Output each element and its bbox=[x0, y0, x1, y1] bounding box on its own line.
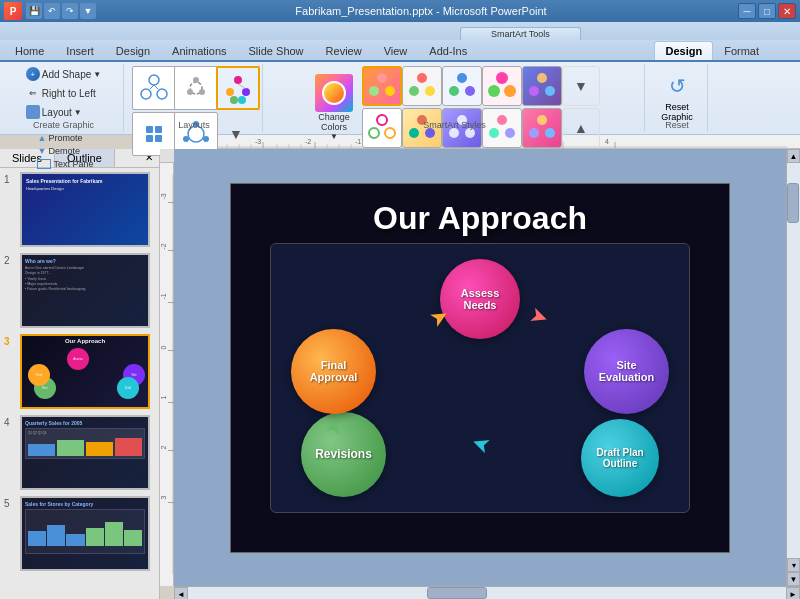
demote-button[interactable]: ▼ Demote bbox=[33, 145, 97, 157]
svg-line-4 bbox=[154, 85, 158, 89]
style-item-5[interactable] bbox=[522, 66, 562, 106]
final-approval-circle[interactable]: FinalApproval bbox=[291, 329, 376, 414]
svg-point-35 bbox=[545, 86, 555, 96]
svg-point-29 bbox=[465, 86, 475, 96]
style-item-10[interactable] bbox=[522, 108, 562, 148]
svg-point-23 bbox=[385, 86, 395, 96]
svg-point-6 bbox=[193, 77, 199, 83]
scrollbar-track bbox=[787, 163, 800, 558]
svg-point-46 bbox=[497, 115, 507, 125]
smartart-tools-label: SmartArt Tools bbox=[460, 27, 581, 40]
promote-button[interactable]: ▲ Promote bbox=[33, 132, 97, 144]
right-to-left-button[interactable]: ⇐ Right to Left bbox=[22, 85, 100, 101]
layout-item-1[interactable] bbox=[132, 66, 176, 110]
svg-point-50 bbox=[545, 128, 555, 138]
style-item-6[interactable] bbox=[362, 108, 402, 148]
slide-thumb-5[interactable]: 5 Sales for Stores by Category bbox=[4, 496, 155, 571]
app-icon: P bbox=[4, 2, 22, 20]
h-scrollbar-track bbox=[188, 587, 786, 599]
save-button[interactable]: 💾 bbox=[26, 3, 42, 19]
rtl-icon: ⇐ bbox=[26, 86, 40, 100]
tab-review[interactable]: Review bbox=[315, 41, 373, 60]
svg-rect-16 bbox=[146, 135, 153, 142]
slide-thumb-3[interactable]: 3 Our Approach Assess Site Draft Rev Fin… bbox=[4, 334, 155, 409]
assess-needs-circle[interactable]: AssessNeeds bbox=[440, 259, 520, 339]
add-shape-button[interactable]: + Add Shape ▼ bbox=[22, 66, 105, 82]
text-pane-icon bbox=[37, 159, 51, 169]
slide-canvas: Our Approach AssessNeeds ➤ SiteEvaluatio… bbox=[230, 183, 730, 553]
slide-thumb-1[interactable]: 1 Sales Presentation for Fabrikam Headqu… bbox=[4, 172, 155, 247]
smartart-styles-group: Change Colors ▼ bbox=[265, 64, 645, 132]
scroll-step-down[interactable]: ▼ bbox=[787, 572, 800, 586]
vertical-ruler: -3 -2 -1 0 1 2 3 bbox=[160, 149, 174, 586]
tab-view[interactable]: View bbox=[373, 41, 419, 60]
slide-thumb-4[interactable]: 4 Quarterly Sales for 2005 Q1 Q2 Q3 Q4 bbox=[4, 415, 155, 490]
scroll-up-button[interactable]: ▲ bbox=[787, 149, 800, 163]
vertical-scrollbar[interactable]: ▲ ▾ ▼ bbox=[786, 149, 800, 586]
style-item-4[interactable] bbox=[482, 66, 522, 106]
tab-animations[interactable]: Animations bbox=[161, 41, 237, 60]
reset-graphic-button[interactable]: ↺ Reset Graphic bbox=[653, 66, 701, 126]
scroll-down-button[interactable]: ▾ bbox=[787, 558, 800, 572]
maximize-button[interactable]: □ bbox=[758, 3, 776, 19]
scroll-right-button[interactable]: ► bbox=[786, 587, 800, 599]
svg-point-10 bbox=[242, 88, 250, 96]
reset-icon: ↺ bbox=[661, 70, 693, 102]
svg-point-51 bbox=[529, 128, 539, 138]
svg-point-39 bbox=[369, 128, 379, 138]
layout-item-2[interactable] bbox=[174, 66, 218, 110]
style-item-2[interactable] bbox=[402, 66, 442, 106]
tab-slideshow[interactable]: Slide Show bbox=[238, 41, 315, 60]
text-pane-button[interactable]: Text Pane bbox=[33, 158, 97, 170]
svg-point-42 bbox=[409, 128, 419, 138]
tab-addins[interactable]: Add-Ins bbox=[418, 41, 478, 60]
slide-thumb-2[interactable]: 2 Who are we? Aeron Gee started Canton L… bbox=[4, 253, 155, 328]
svg-text:3: 3 bbox=[160, 496, 167, 500]
tab-smartart-design[interactable]: Design bbox=[654, 41, 713, 60]
demote-icon: ▼ bbox=[37, 146, 46, 156]
style-item-1[interactable] bbox=[362, 66, 402, 106]
style-scroll[interactable]: ▼ bbox=[562, 66, 600, 106]
svg-point-21 bbox=[183, 136, 189, 142]
minimize-button[interactable]: ─ bbox=[738, 3, 756, 19]
svg-point-36 bbox=[529, 86, 539, 96]
svg-text:-3: -3 bbox=[160, 193, 167, 199]
redo-button[interactable]: ↷ bbox=[62, 3, 78, 19]
customize-button[interactable]: ▼ bbox=[80, 3, 96, 19]
scrollbar-thumb[interactable] bbox=[787, 183, 799, 223]
svg-point-22 bbox=[377, 73, 387, 83]
svg-point-20 bbox=[203, 136, 209, 142]
tab-design[interactable]: Design bbox=[105, 41, 161, 60]
style-item-9[interactable] bbox=[482, 108, 522, 148]
style-scroll-2[interactable]: ▲ bbox=[562, 108, 600, 148]
reset-group: ↺ Reset Graphic Reset bbox=[647, 64, 708, 132]
ribbon-content: + Add Shape ▼ ⇐ Right to Left Layout bbox=[0, 62, 800, 134]
add-shape-icon: + bbox=[26, 67, 40, 81]
layout-button[interactable]: Layout ▼ bbox=[22, 104, 86, 120]
horizontal-scrollbar[interactable]: ◄ ► bbox=[174, 586, 800, 599]
tab-smartart-format[interactable]: Format bbox=[713, 41, 770, 60]
h-scrollbar-thumb[interactable] bbox=[427, 587, 487, 599]
style-item-3[interactable] bbox=[442, 66, 482, 106]
svg-text:0: 0 bbox=[160, 346, 167, 350]
svg-line-3 bbox=[150, 85, 154, 89]
svg-point-38 bbox=[385, 128, 395, 138]
svg-point-28 bbox=[457, 73, 467, 83]
tab-insert[interactable]: Insert bbox=[55, 41, 105, 60]
tab-home[interactable]: Home bbox=[4, 41, 55, 60]
svg-point-25 bbox=[417, 73, 427, 83]
svg-point-30 bbox=[449, 86, 459, 96]
svg-point-2 bbox=[157, 89, 167, 99]
svg-point-47 bbox=[505, 128, 515, 138]
undo-button[interactable]: ↶ bbox=[44, 3, 60, 19]
svg-point-12 bbox=[230, 96, 238, 104]
canvas-row: -3 -2 -1 0 1 2 3 bbox=[160, 149, 800, 586]
close-button[interactable]: ✕ bbox=[778, 3, 796, 19]
scroll-left-button[interactable]: ◄ bbox=[174, 587, 188, 599]
slides-panel: Slides Outline ✕ 1 Sales Presentation fo… bbox=[0, 149, 160, 599]
slide-title: Our Approach bbox=[231, 184, 729, 243]
change-colors-button[interactable]: Change Colors ▼ bbox=[309, 72, 359, 143]
layout-item-3[interactable] bbox=[216, 66, 260, 110]
draft-plan-circle[interactable]: Draft PlanOutline bbox=[581, 419, 659, 497]
site-evaluation-circle[interactable]: SiteEvaluation bbox=[584, 329, 669, 414]
